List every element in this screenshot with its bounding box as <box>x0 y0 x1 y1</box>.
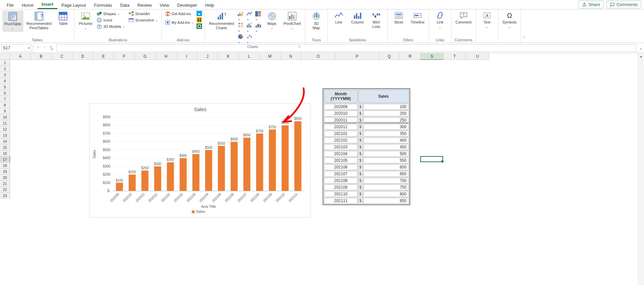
timeline-button[interactable]: Timeline <box>409 11 426 25</box>
column-chart-button[interactable]: ⌄ <box>237 11 244 21</box>
recommended-charts-button[interactable]: ? Recommended Charts <box>208 11 235 31</box>
column-header[interactable]: P <box>335 53 379 60</box>
column-header[interactable]: U <box>466 53 489 60</box>
bing-maps-icon[interactable] <box>197 11 202 16</box>
column-header[interactable]: C <box>52 53 72 60</box>
row-header[interactable]: 1 <box>0 60 10 66</box>
table-button[interactable]: Table <box>55 11 71 27</box>
row-header[interactable]: 19 <box>0 169 10 175</box>
row-header[interactable]: 20 <box>0 175 10 181</box>
column-header[interactable]: D <box>72 53 93 60</box>
row-header[interactable]: 4 <box>0 78 10 84</box>
row-header[interactable]: 18 <box>0 162 10 169</box>
name-box[interactable]: S17▾ <box>1 44 32 52</box>
column-header[interactable]: B <box>31 53 52 60</box>
row-header[interactable]: 22 <box>0 187 10 193</box>
row-header[interactable]: 16 <box>0 150 10 156</box>
vertical-scrollbar[interactable]: ▲ <box>638 53 644 285</box>
row-header[interactable]: 3 <box>0 72 10 78</box>
3d-models-button[interactable]: 3D Models⌄ <box>96 23 126 30</box>
row-header[interactable]: 12 <box>0 126 10 132</box>
row-header[interactable]: 17 <box>0 156 10 162</box>
ribbon-collapse-button[interactable]: ˄ <box>521 9 528 43</box>
column-header[interactable]: G <box>135 53 156 60</box>
column-header[interactable]: F <box>114 53 135 60</box>
formula-expand-button[interactable]: ⌄ <box>638 46 644 50</box>
tab-page-layout[interactable]: Page Layout <box>57 1 90 9</box>
row-header[interactable]: 8 <box>0 102 10 108</box>
tab-developer[interactable]: Developer <box>173 1 201 9</box>
row-header[interactable]: 23 <box>0 193 10 199</box>
pictures-button[interactable]: Pictures⌄ <box>77 11 94 31</box>
3d-map-button[interactable]: 3D Map <box>308 11 325 31</box>
row-header[interactable]: 14 <box>0 138 10 144</box>
column-header[interactable]: K <box>218 53 239 60</box>
people-graph-icon[interactable] <box>197 17 202 22</box>
statistic-chart-button[interactable]: ⌄ <box>246 22 253 33</box>
row-header[interactable]: 7 <box>0 96 10 102</box>
maps-button[interactable]: Maps⌄ <box>264 11 280 31</box>
row-header[interactable]: 5 <box>0 84 10 90</box>
treemap-button[interactable]: ⌄ <box>255 11 262 21</box>
tab-insert[interactable]: Insert <box>38 0 57 9</box>
row-header[interactable]: 6 <box>0 90 10 96</box>
column-header[interactable]: S <box>421 53 443 60</box>
column-header[interactable]: Q <box>379 53 400 60</box>
column-header[interactable]: R <box>400 53 421 60</box>
hierarchy-chart-button[interactable]: ⌄ <box>237 22 244 33</box>
slicer-button[interactable]: Slicer <box>390 11 407 25</box>
column-header[interactable]: I <box>176 53 197 60</box>
tab-review[interactable]: Review <box>133 1 156 9</box>
comments-button[interactable]: Comments <box>606 1 641 8</box>
active-cell[interactable] <box>420 156 443 162</box>
worksheet-grid[interactable]: ABCDEFGHIJKLMNOPQRSTU 123456789101112131… <box>0 53 644 285</box>
data-table[interactable]: Month (YYYYMM)Sales202009$100202010$2002… <box>323 88 410 205</box>
tab-view[interactable]: View <box>156 1 173 9</box>
enter-formula-button[interactable]: ✓ <box>43 45 47 51</box>
text-button[interactable]: AText⌄ <box>479 11 495 30</box>
my-addins-button[interactable]: My Add-ins⌄ <box>164 19 195 26</box>
column-header[interactable]: H <box>156 53 176 60</box>
scroll-up-button[interactable]: ▲ <box>638 53 644 59</box>
row-header[interactable]: 11 <box>0 120 10 126</box>
row-header[interactable]: 15 <box>0 144 10 150</box>
pivotchart-button[interactable]: PivotChart⌄ <box>282 11 302 31</box>
pivot-table-button[interactable]: PivotTable⌄ <box>3 11 23 32</box>
comment-button[interactable]: +Comment <box>454 11 473 25</box>
pie-chart-button[interactable]: ⌄ <box>237 34 244 44</box>
tab-help[interactable]: Help <box>201 1 218 9</box>
select-all-corner[interactable] <box>0 53 10 60</box>
sparkline-line-button[interactable]: Line <box>330 11 347 25</box>
tab-data[interactable]: Data <box>116 1 133 9</box>
row-header[interactable]: 21 <box>0 181 10 187</box>
column-header[interactable]: M <box>260 53 280 60</box>
screenshot-button[interactable]: Screenshot⌄ <box>128 17 159 23</box>
sparkline-column-button[interactable]: Column <box>349 11 366 25</box>
row-header[interactable]: 13 <box>0 132 10 138</box>
column-header[interactable]: O <box>301 53 335 60</box>
symbols-button[interactable]: ΩSymbols⌄ <box>501 11 518 30</box>
link-button[interactable]: Link⌄ <box>432 11 448 30</box>
scatter-chart-button[interactable]: ⌄ <box>246 34 253 44</box>
get-addins-button[interactable]: Get Add-ins <box>164 11 192 17</box>
share-button[interactable]: Share <box>578 1 604 8</box>
row-header[interactable]: 9 <box>0 108 10 114</box>
formula-input[interactable] <box>56 44 636 52</box>
column-header[interactable]: L <box>239 53 260 60</box>
column-header[interactable]: J <box>197 53 218 60</box>
shapes-button[interactable]: Shapes⌄ <box>96 11 120 17</box>
tab-home[interactable]: Home <box>18 1 38 9</box>
icons-button[interactable]: Icons <box>96 17 113 23</box>
sparkline-winloss-button[interactable]: Win/ Loss <box>368 11 385 30</box>
line-chart-button[interactable]: ⌄ <box>246 11 253 21</box>
column-header[interactable]: A <box>10 53 31 60</box>
cancel-formula-button[interactable]: ✕ <box>37 45 40 51</box>
column-header[interactable]: N <box>280 53 301 60</box>
smartart-button[interactable]: SmartArt <box>128 11 150 17</box>
column-header[interactable]: T <box>443 53 466 60</box>
row-header[interactable]: 2 <box>0 66 10 72</box>
row-header[interactable]: 10 <box>0 114 10 120</box>
recommended-pivot-button[interactable]: ? Recommended PivotTables <box>25 11 53 31</box>
visio-icon[interactable] <box>197 23 202 29</box>
column-header[interactable]: E <box>93 53 114 60</box>
